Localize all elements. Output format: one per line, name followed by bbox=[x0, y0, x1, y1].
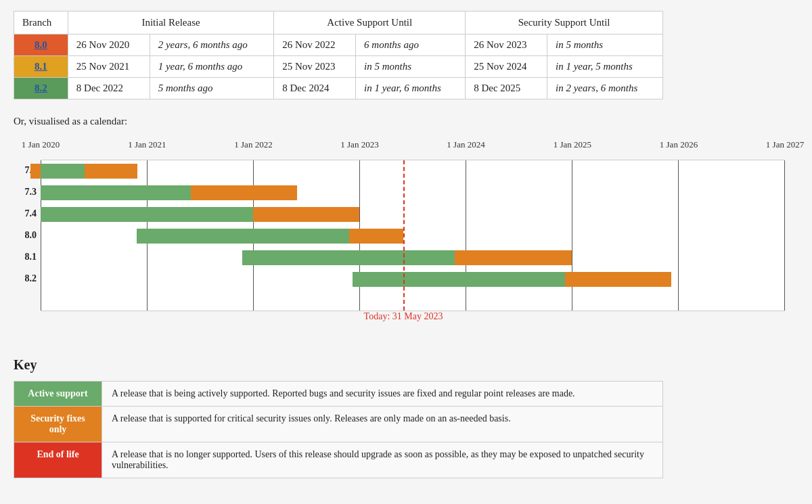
axis-label: 1 Jan 2023 bbox=[340, 139, 378, 150]
chart-bar bbox=[41, 207, 253, 222]
chart-bar bbox=[41, 185, 191, 200]
key-badge: End of life bbox=[14, 442, 102, 478]
axis-label: 1 Jan 2027 bbox=[766, 139, 804, 150]
active-date: 26 Nov 2022 bbox=[274, 35, 356, 56]
axis-label: 1 Jan 2026 bbox=[660, 139, 698, 150]
initial-date: 26 Nov 2020 bbox=[68, 35, 150, 56]
today-label-area: Today: 31 May 2023 bbox=[41, 311, 785, 336]
key-title: Key bbox=[14, 357, 798, 373]
key-description: A release that is being actively support… bbox=[102, 382, 663, 407]
chart-bar bbox=[455, 250, 572, 265]
col-initial: Initial Release bbox=[68, 12, 273, 35]
active-relative: in 5 months bbox=[356, 56, 466, 78]
grid-line bbox=[784, 160, 785, 311]
active-relative: 6 months ago bbox=[356, 35, 466, 56]
security-date: 25 Nov 2024 bbox=[466, 56, 547, 78]
security-relative: in 1 year, 5 months bbox=[547, 56, 663, 78]
row-label: 8.0 bbox=[14, 225, 41, 246]
chart-bar bbox=[41, 164, 85, 179]
chart-bar bbox=[242, 250, 455, 265]
axis-label: 1 Jan 2024 bbox=[447, 139, 484, 150]
row-label: 7.3 bbox=[14, 181, 41, 203]
branch-cell[interactable]: 8.2 bbox=[14, 78, 68, 99]
row-label: 8.2 bbox=[14, 268, 41, 290]
active-date: 8 Dec 2024 bbox=[274, 78, 356, 99]
initial-relative: 1 year, 6 months ago bbox=[150, 56, 274, 78]
row-label: 8.1 bbox=[14, 246, 41, 268]
or-text: Or, visualised as a calendar: bbox=[14, 116, 798, 127]
grid-line bbox=[572, 160, 572, 311]
security-date: 26 Nov 2023 bbox=[466, 35, 547, 56]
initial-date: 8 Dec 2022 bbox=[68, 78, 150, 99]
table-row: 8.1 25 Nov 2021 1 year, 6 months ago 25 … bbox=[14, 56, 663, 78]
support-table: Branch Initial Release Active Support Un… bbox=[14, 11, 663, 99]
chart-bar bbox=[353, 272, 565, 287]
chart-bar bbox=[253, 207, 359, 222]
initial-date: 25 Nov 2021 bbox=[68, 56, 150, 78]
key-badge: Active support bbox=[14, 382, 102, 407]
branch-link[interactable]: 8.2 bbox=[35, 83, 47, 93]
initial-relative: 2 years, 6 months ago bbox=[150, 35, 274, 56]
key-table: Active support A release that is being a… bbox=[14, 381, 663, 478]
chart-bar bbox=[565, 272, 671, 287]
calendar-chart bbox=[41, 160, 785, 311]
axis-label: 1 Jan 2020 bbox=[22, 139, 60, 150]
calendar-main: 7.27.37.48.08.18.2 bbox=[14, 160, 785, 311]
col-security: Security Support Until bbox=[466, 12, 663, 35]
branch-link[interactable]: 8.1 bbox=[35, 61, 47, 72]
key-row: End of life A release that is no longer … bbox=[14, 442, 663, 478]
key-row: Active support A release that is being a… bbox=[14, 382, 663, 407]
row-label: 7.4 bbox=[14, 203, 41, 225]
table-row: 8.0 26 Nov 2020 2 years, 6 months ago 26… bbox=[14, 35, 663, 56]
grid-line bbox=[678, 160, 679, 311]
calendar-labels: 7.27.37.48.08.18.2 bbox=[14, 160, 41, 311]
axis-label: 1 Jan 2025 bbox=[554, 139, 591, 150]
grid-line bbox=[466, 160, 466, 311]
axis-area: 1 Jan 20201 Jan 20211 Jan 20221 Jan 2023… bbox=[41, 139, 785, 160]
active-date: 25 Nov 2023 bbox=[274, 56, 356, 78]
key-badge: Security fixes only bbox=[14, 407, 102, 442]
chart-bar bbox=[137, 229, 349, 244]
grid-line bbox=[41, 160, 41, 311]
active-relative: in 1 year, 6 months bbox=[356, 78, 466, 99]
branch-cell[interactable]: 8.1 bbox=[14, 56, 68, 78]
initial-relative: 5 months ago bbox=[150, 78, 274, 99]
branch-link[interactable]: 8.0 bbox=[35, 39, 47, 50]
security-relative: in 2 years, 6 months bbox=[547, 78, 663, 99]
col-branch: Branch bbox=[14, 12, 68, 35]
key-description: A release that is supported for critical… bbox=[102, 407, 663, 442]
today-label: Today: 31 May 2023 bbox=[364, 311, 443, 322]
chart-bar bbox=[349, 229, 403, 244]
col-active: Active Support Until bbox=[274, 12, 466, 35]
key-description: A release that is no longer supported. U… bbox=[102, 442, 663, 478]
security-relative: in 5 months bbox=[547, 35, 663, 56]
chart-bar bbox=[191, 185, 297, 200]
chart-bar bbox=[85, 164, 137, 179]
axis-label: 1 Jan 2022 bbox=[234, 139, 272, 150]
today-line bbox=[403, 160, 405, 311]
key-row: Security fixes only A release that is su… bbox=[14, 407, 663, 442]
axis-label: 1 Jan 2021 bbox=[128, 139, 166, 150]
table-row: 8.2 8 Dec 2022 5 months ago 8 Dec 2024 i… bbox=[14, 78, 663, 99]
security-date: 8 Dec 2025 bbox=[466, 78, 547, 99]
branch-cell[interactable]: 8.0 bbox=[14, 35, 68, 56]
calendar-wrap: 1 Jan 20201 Jan 20211 Jan 20221 Jan 2023… bbox=[14, 139, 785, 336]
